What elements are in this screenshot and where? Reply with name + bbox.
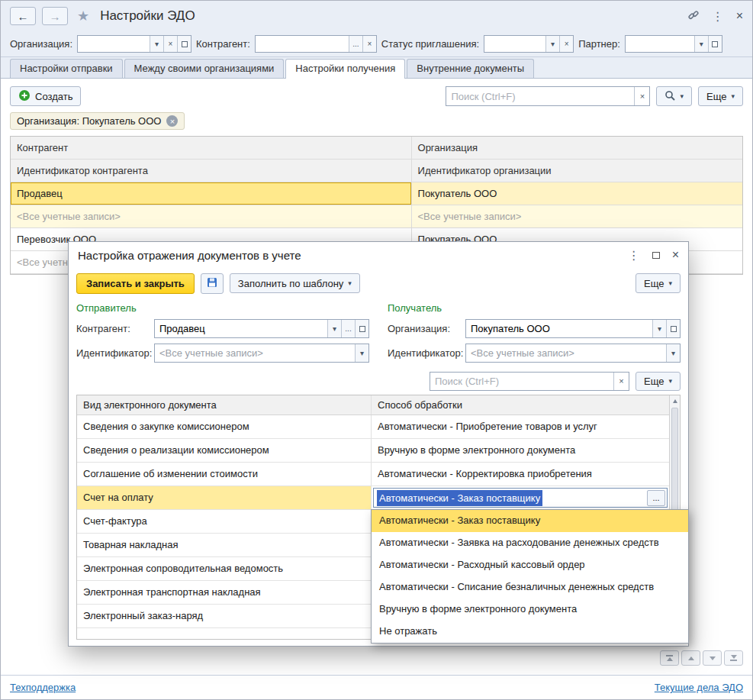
forward-button[interactable]: → <box>42 7 68 25</box>
counterparty-clear-icon[interactable]: × <box>362 36 376 52</box>
cell-document-type[interactable]: Сведения о закупке комиссионером <box>77 415 372 438</box>
scroll-down-button[interactable] <box>703 650 722 666</box>
organization-open-icon[interactable] <box>177 36 191 52</box>
more-menu-icon[interactable]: ⋮ <box>712 9 724 24</box>
save-button[interactable] <box>201 273 224 294</box>
scroll-to-bottom-button[interactable] <box>724 650 743 666</box>
partner-dropdown-icon[interactable]: ▾ <box>694 36 708 52</box>
create-button[interactable]: Создать <box>10 86 81 106</box>
tab-between-own-organizations[interactable]: Между своими организациями <box>124 59 285 78</box>
cell-processing-method[interactable]: Вручную в форме электронного документа <box>372 439 669 462</box>
cell-document-type[interactable]: Счет-фактура <box>77 510 372 533</box>
invitation-status-dropdown-icon[interactable]: ▾ <box>545 36 559 52</box>
receiver-organization-open-icon[interactable] <box>666 320 680 337</box>
dialog-search-clear-icon[interactable]: × <box>613 373 629 390</box>
partner-open-icon[interactable] <box>708 36 722 52</box>
table-row[interactable]: Сведения о реализации комиссионером Вруч… <box>77 439 669 463</box>
search-clear-icon[interactable]: × <box>634 87 649 105</box>
table-row[interactable]: Сведения о закупке комиссионером Автомат… <box>77 415 669 439</box>
invitation-status-filter-input[interactable] <box>484 36 545 52</box>
dialog-close-icon[interactable]: × <box>672 248 679 262</box>
sender-identifier-dropdown-icon[interactable]: ▾ <box>355 344 368 362</box>
cell-document-type[interactable]: Электронная сопроводительная ведомость <box>77 557 372 580</box>
cell-counterparty-id[interactable]: <Все учетные записи> <box>11 205 412 228</box>
column-header-counterparty[interactable]: Контрагент <box>11 137 412 160</box>
cell-document-type[interactable]: Товарная накладная <box>77 534 372 556</box>
title-bar: ← → ★ Настройки ЭДО ⋮ × <box>1 1 752 31</box>
sender-counterparty-open-icon[interactable] <box>355 320 368 337</box>
dropdown-item[interactable]: Не отражать <box>372 621 688 643</box>
organization-dropdown-icon[interactable]: ▾ <box>150 36 163 52</box>
cell-document-type[interactable]: Электронная транспортная накладная <box>77 581 372 604</box>
tab-internal-documents[interactable]: Внутренние документы <box>407 59 534 78</box>
favorite-star-icon[interactable]: ★ <box>77 8 89 24</box>
table-row[interactable]: Соглашение об изменении стоимости Автома… <box>77 463 669 486</box>
remove-filter-icon[interactable]: × <box>166 115 178 127</box>
save-and-close-button[interactable]: Записать и закрыть <box>76 273 195 294</box>
scrollbar-up-button[interactable] <box>670 395 680 407</box>
tab-sending-settings[interactable]: Настройки отправки <box>10 59 123 78</box>
edo-current-tasks-link[interactable]: Текущие дела ЭДО <box>655 682 743 693</box>
receiver-organization-input[interactable] <box>466 320 652 337</box>
fill-by-template-button[interactable]: Заполнить по шаблону ▾ <box>230 273 360 293</box>
table-row[interactable]: Продавец Покупатель ООО <box>11 182 742 205</box>
organization-clear-icon[interactable]: × <box>163 36 177 52</box>
sender-counterparty-dropdown-icon[interactable]: ▾ <box>327 320 341 337</box>
sender-identifier-input[interactable] <box>155 344 355 362</box>
table-row-editing[interactable]: Счет на оплату Автоматически - Заказ пос… <box>77 486 669 510</box>
search-options-button[interactable]: ▾ <box>656 86 692 106</box>
cell-processing-method[interactable]: Автоматически - Приобретение товаров и у… <box>372 415 669 438</box>
dialog-maximize-icon[interactable] <box>652 252 660 259</box>
cell-organization[interactable]: Покупатель ООО <box>412 182 742 205</box>
partner-filter-input[interactable] <box>626 36 694 52</box>
search-input[interactable] <box>446 87 634 105</box>
more-button[interactable]: Еще ▾ <box>698 86 743 106</box>
dialog-more-button[interactable]: Еще ▾ <box>636 273 681 293</box>
sender-counterparty-input[interactable] <box>155 320 327 337</box>
receiver-organization-dropdown-icon[interactable]: ▾ <box>652 320 666 337</box>
tab-strip: Настройки отправки Между своими организа… <box>1 57 752 79</box>
method-inline-editor[interactable]: Автоматически - Заказ поставщику ... <box>373 488 668 508</box>
tech-support-link[interactable]: Техподдержка <box>10 682 76 693</box>
column-header-document-type[interactable]: Вид электронного документа <box>77 395 372 415</box>
close-window-icon[interactable]: × <box>736 9 743 23</box>
active-filters-row: Организация: Покупатель ООО × <box>1 111 752 136</box>
counterparty-filter-input[interactable] <box>256 36 349 52</box>
dropdown-item[interactable]: Автоматически - Списание безналичных ден… <box>372 576 688 598</box>
cell-document-type[interactable]: Электронный заказ-наряд <box>77 605 372 627</box>
sender-counterparty-choose-icon[interactable]: ... <box>341 320 355 337</box>
back-button[interactable]: ← <box>10 7 36 25</box>
cell-document-type[interactable]: Счет на оплату <box>77 486 372 509</box>
chevron-down-icon: ▾ <box>668 377 672 385</box>
receiver-identifier-input[interactable] <box>466 344 666 362</box>
scroll-to-top-button[interactable] <box>660 650 679 666</box>
dropdown-item[interactable]: Автоматически - Расходный кассовый ордер <box>372 554 688 576</box>
tab-receiving-settings[interactable]: Настройки получения <box>285 59 405 79</box>
dialog-search-input[interactable] <box>430 373 613 390</box>
receiver-organization-field: ▾ <box>465 319 681 338</box>
scroll-up-button[interactable] <box>681 650 700 666</box>
cell-organization-id[interactable]: <Все учетные записи> <box>412 205 742 228</box>
get-link-icon[interactable] <box>687 9 700 24</box>
cell-document-type[interactable]: Соглашение об изменении стоимости <box>77 463 372 485</box>
dropdown-item[interactable]: Автоматически - Заявка на расходование д… <box>372 532 688 554</box>
invitation-status-clear-icon[interactable]: × <box>559 36 573 52</box>
table-row[interactable]: <Все учетные записи> <Все учетные записи… <box>11 205 742 228</box>
dialog-more-menu-icon[interactable]: ⋮ <box>628 248 640 263</box>
column-header-organization-id[interactable]: Идентификатор организации <box>412 160 742 182</box>
dropdown-item[interactable]: Вручную в форме электронного документа <box>372 598 688 621</box>
method-choose-button[interactable]: ... <box>647 490 665 506</box>
cell-counterparty[interactable]: Продавец <box>11 182 412 205</box>
dropdown-item[interactable]: Автоматически - Заказ поставщику <box>372 510 688 532</box>
dialog-table-more-button[interactable]: Еще ▾ <box>636 372 681 391</box>
cell-document-type[interactable]: Сведения о реализации комиссионером <box>77 439 372 462</box>
organization-filter-input[interactable] <box>78 36 150 52</box>
cell-processing-method[interactable]: Автоматически - Корректировка приобретен… <box>372 463 669 485</box>
column-header-organization[interactable]: Организация <box>412 137 742 160</box>
receiver-identifier-dropdown-icon[interactable]: ▾ <box>666 344 680 362</box>
counterparty-choose-icon[interactable]: ... <box>349 36 362 52</box>
column-header-counterparty-id[interactable]: Идентификатор контрагента <box>11 160 412 182</box>
column-header-processing-method[interactable]: Способ обработки <box>372 395 669 415</box>
dialog-table-header-row: Вид электронного документа Способ обрабо… <box>77 395 669 415</box>
organization-filter-chip[interactable]: Организация: Покупатель ООО × <box>10 112 185 130</box>
